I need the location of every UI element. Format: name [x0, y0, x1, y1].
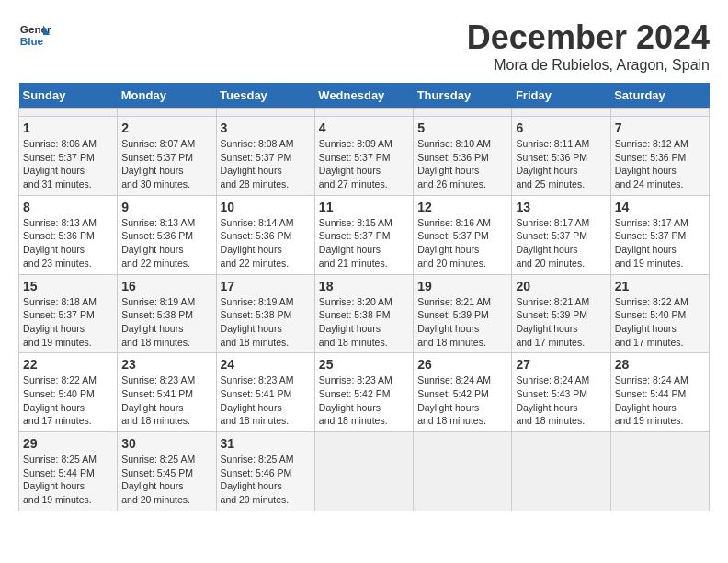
day-info: Sunrise: 8:25 AMSunset: 5:44 PMDaylight …	[23, 454, 97, 505]
day-number: 20	[516, 279, 606, 293]
main-title: December 2024	[467, 18, 710, 57]
calendar-day-cell	[314, 432, 413, 511]
day-info: Sunrise: 8:13 AMSunset: 5:36 PMDaylight …	[121, 217, 195, 269]
calendar-week-row: 8 Sunrise: 8:13 AMSunset: 5:36 PMDayligh…	[19, 195, 710, 274]
calendar-day-cell: 9 Sunrise: 8:13 AMSunset: 5:36 PMDayligh…	[118, 195, 216, 274]
calendar-day-cell: 30 Sunrise: 8:25 AMSunset: 5:45 PMDaylig…	[118, 432, 216, 511]
calendar-day-cell: 17 Sunrise: 8:19 AMSunset: 5:38 PMDaylig…	[216, 274, 314, 353]
day-number: 30	[121, 436, 211, 451]
calendar-day-cell: 8 Sunrise: 8:13 AMSunset: 5:36 PMDayligh…	[19, 195, 118, 274]
day-number: 8	[23, 200, 113, 214]
day-info: Sunrise: 8:22 AMSunset: 5:40 PMDaylight …	[23, 374, 97, 426]
calendar-day-cell: 28 Sunrise: 8:24 AMSunset: 5:44 PMDaylig…	[610, 353, 709, 432]
day-info: Sunrise: 8:15 AMSunset: 5:37 PMDaylight …	[319, 217, 392, 269]
day-number: 17	[221, 279, 311, 293]
subtitle: Mora de Rubielos, Aragon, Spain	[467, 57, 710, 74]
calendar-day-cell: 27 Sunrise: 8:24 AMSunset: 5:43 PMDaylig…	[512, 353, 610, 432]
calendar-day-cell: 29 Sunrise: 8:25 AMSunset: 5:44 PMDaylig…	[19, 432, 118, 511]
day-number: 25	[319, 357, 409, 372]
calendar-day-cell: 19 Sunrise: 8:21 AMSunset: 5:39 PMDaylig…	[414, 274, 512, 353]
calendar-day-cell: 2 Sunrise: 8:07 AMSunset: 5:37 PMDayligh…	[118, 117, 216, 196]
day-of-week-header: Saturday	[610, 83, 709, 109]
calendar-day-cell	[118, 109, 216, 117]
day-number: 3	[221, 121, 311, 135]
calendar-day-cell: 31 Sunrise: 8:25 AMSunset: 5:46 PMDaylig…	[216, 432, 314, 511]
day-info: Sunrise: 8:07 AMSunset: 5:37 PMDaylight …	[121, 138, 195, 190]
header: General Blue December 2024 Mora de Rubie…	[18, 18, 710, 74]
day-number: 28	[615, 357, 705, 372]
day-info: Sunrise: 8:08 AMSunset: 5:37 PMDaylight …	[221, 138, 294, 190]
calendar-day-cell: 6 Sunrise: 8:11 AMSunset: 5:36 PMDayligh…	[512, 117, 610, 196]
day-number: 29	[23, 436, 113, 451]
day-number: 27	[516, 357, 606, 372]
calendar-week-row	[19, 109, 710, 117]
day-of-week-header: Wednesday	[314, 83, 413, 109]
calendar-day-cell: 12 Sunrise: 8:16 AMSunset: 5:37 PMDaylig…	[414, 195, 512, 274]
calendar-day-cell: 13 Sunrise: 8:17 AMSunset: 5:37 PMDaylig…	[512, 195, 610, 274]
day-number: 6	[516, 121, 606, 135]
day-info: Sunrise: 8:13 AMSunset: 5:36 PMDaylight …	[23, 217, 97, 269]
day-number: 10	[221, 200, 311, 214]
day-of-week-header: Tuesday	[216, 83, 314, 109]
day-info: Sunrise: 8:18 AMSunset: 5:37 PMDaylight …	[23, 296, 97, 348]
day-info: Sunrise: 8:19 AMSunset: 5:38 PMDaylight …	[221, 296, 294, 348]
day-number: 11	[319, 200, 409, 214]
calendar-day-cell: 21 Sunrise: 8:22 AMSunset: 5:40 PMDaylig…	[610, 274, 709, 353]
calendar-day-cell: 3 Sunrise: 8:08 AMSunset: 5:37 PMDayligh…	[216, 117, 314, 196]
day-info: Sunrise: 8:21 AMSunset: 5:39 PMDaylight …	[417, 296, 491, 348]
day-info: Sunrise: 8:24 AMSunset: 5:43 PMDaylight …	[516, 374, 589, 426]
calendar-day-cell: 16 Sunrise: 8:19 AMSunset: 5:38 PMDaylig…	[118, 274, 216, 353]
calendar-day-cell	[19, 109, 118, 117]
calendar-day-cell	[414, 109, 512, 117]
day-number: 19	[417, 279, 507, 293]
day-info: Sunrise: 8:21 AMSunset: 5:39 PMDaylight …	[516, 296, 589, 348]
calendar-day-cell: 11 Sunrise: 8:15 AMSunset: 5:37 PMDaylig…	[314, 195, 413, 274]
calendar-day-cell: 25 Sunrise: 8:23 AMSunset: 5:42 PMDaylig…	[314, 353, 413, 432]
day-info: Sunrise: 8:09 AMSunset: 5:37 PMDaylight …	[319, 138, 392, 190]
calendar-day-cell: 4 Sunrise: 8:09 AMSunset: 5:37 PMDayligh…	[314, 117, 413, 196]
calendar-day-cell: 22 Sunrise: 8:22 AMSunset: 5:40 PMDaylig…	[19, 353, 118, 432]
day-number: 5	[417, 121, 507, 135]
day-info: Sunrise: 8:14 AMSunset: 5:36 PMDaylight …	[221, 217, 294, 269]
calendar-week-row: 15 Sunrise: 8:18 AMSunset: 5:37 PMDaylig…	[19, 274, 710, 353]
day-info: Sunrise: 8:17 AMSunset: 5:37 PMDaylight …	[615, 217, 688, 269]
day-number: 23	[121, 357, 211, 372]
day-number: 1	[23, 121, 113, 135]
day-number: 16	[121, 279, 211, 293]
calendar-day-cell: 14 Sunrise: 8:17 AMSunset: 5:37 PMDaylig…	[610, 195, 709, 274]
day-of-week-header: Monday	[118, 83, 216, 109]
calendar-day-cell: 15 Sunrise: 8:18 AMSunset: 5:37 PMDaylig…	[19, 274, 118, 353]
calendar-day-cell	[314, 109, 413, 117]
day-number: 26	[417, 357, 507, 372]
day-info: Sunrise: 8:10 AMSunset: 5:36 PMDaylight …	[417, 138, 491, 190]
day-of-week-header: Sunday	[19, 83, 118, 109]
day-info: Sunrise: 8:17 AMSunset: 5:37 PMDaylight …	[516, 217, 589, 269]
day-info: Sunrise: 8:25 AMSunset: 5:46 PMDaylight …	[221, 454, 294, 505]
calendar-day-cell: 26 Sunrise: 8:24 AMSunset: 5:42 PMDaylig…	[414, 353, 512, 432]
day-info: Sunrise: 8:25 AMSunset: 5:45 PMDaylight …	[121, 454, 195, 505]
day-info: Sunrise: 8:24 AMSunset: 5:44 PMDaylight …	[615, 374, 688, 426]
svg-text:Blue: Blue	[20, 35, 44, 47]
calendar-week-row: 1 Sunrise: 8:06 AMSunset: 5:37 PMDayligh…	[19, 117, 710, 196]
calendar-week-row: 29 Sunrise: 8:25 AMSunset: 5:44 PMDaylig…	[19, 432, 710, 511]
logo: General Blue	[18, 18, 51, 52]
calendar-table: SundayMondayTuesdayWednesdayThursdayFrid…	[18, 83, 710, 511]
calendar-day-cell: 23 Sunrise: 8:23 AMSunset: 5:41 PMDaylig…	[118, 353, 216, 432]
day-info: Sunrise: 8:11 AMSunset: 5:36 PMDaylight …	[516, 138, 589, 190]
calendar-day-cell: 18 Sunrise: 8:20 AMSunset: 5:38 PMDaylig…	[314, 274, 413, 353]
day-number: 2	[121, 121, 211, 135]
calendar-day-cell: 7 Sunrise: 8:12 AMSunset: 5:36 PMDayligh…	[610, 117, 709, 196]
day-info: Sunrise: 8:19 AMSunset: 5:38 PMDaylight …	[121, 296, 195, 348]
calendar-day-cell: 5 Sunrise: 8:10 AMSunset: 5:36 PMDayligh…	[414, 117, 512, 196]
day-info: Sunrise: 8:22 AMSunset: 5:40 PMDaylight …	[615, 296, 688, 348]
day-number: 13	[516, 200, 606, 214]
day-number: 7	[615, 121, 705, 135]
day-info: Sunrise: 8:20 AMSunset: 5:38 PMDaylight …	[319, 296, 392, 348]
day-number: 9	[121, 200, 211, 214]
logo-icon: General Blue	[18, 18, 51, 52]
day-info: Sunrise: 8:23 AMSunset: 5:41 PMDaylight …	[221, 374, 294, 426]
day-info: Sunrise: 8:12 AMSunset: 5:36 PMDaylight …	[615, 138, 688, 190]
day-info: Sunrise: 8:24 AMSunset: 5:42 PMDaylight …	[417, 374, 491, 426]
calendar-day-cell	[216, 109, 314, 117]
day-number: 15	[23, 279, 113, 293]
